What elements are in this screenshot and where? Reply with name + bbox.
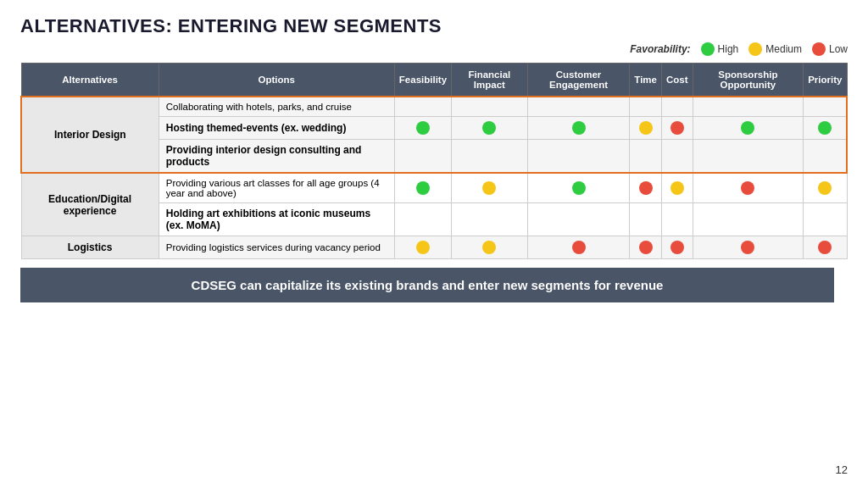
dot-cell-priority xyxy=(804,97,847,117)
dot-cell-sponsorship xyxy=(693,173,804,203)
option-text: Holding art exhibitions at iconic museum… xyxy=(159,203,394,236)
page-title: ALTERNATIVES: ENTERING NEW SEGMENTS xyxy=(20,15,848,37)
legend-item-high: High xyxy=(701,42,739,56)
dot-cell-sponsorship xyxy=(693,117,804,140)
dot-cell-sponsorship xyxy=(693,236,804,259)
col-header-feasibility: Feasibility xyxy=(394,64,451,97)
dot-cell-feasibility xyxy=(394,117,451,140)
dot-cell-customer xyxy=(527,173,630,203)
dot-cell-feasibility xyxy=(394,97,451,117)
col-header-sponsorship: Sponsorship Opportunity xyxy=(693,64,804,97)
dot-cell-financial xyxy=(452,117,528,140)
footer-row: CDSEG can capitalize its existing brands… xyxy=(20,268,848,302)
dot-cell-customer xyxy=(527,117,630,140)
legend-high-label: High xyxy=(718,43,739,55)
dot-cell-cost xyxy=(662,203,693,236)
col-header-customer: Customer Engagement xyxy=(527,64,630,97)
option-text: Providing various art classes for all ag… xyxy=(159,173,394,203)
table-row: Education/Digital experienceProviding va… xyxy=(21,173,847,203)
option-text: Hosting themed-events (ex. wedding) xyxy=(159,117,394,140)
col-header-alternatives: Alternatives xyxy=(21,64,159,97)
legend: Favorability: High Medium Low xyxy=(20,42,848,56)
dot-cell-financial xyxy=(452,97,528,117)
dot-cell-time xyxy=(630,97,662,117)
low-dot-icon xyxy=(812,42,826,56)
dot-cell-feasibility xyxy=(394,236,451,259)
group-cell-logistics: Logistics xyxy=(21,236,159,259)
high-dot-icon xyxy=(701,42,715,56)
table-row: Interior DesignCollaborating with hotels… xyxy=(21,97,847,117)
legend-item-low: Low xyxy=(812,42,848,56)
dot-cell-sponsorship xyxy=(693,203,804,236)
dot-cell-customer xyxy=(527,140,630,174)
dot-cell-cost xyxy=(662,140,693,174)
table-header-row: Alternatives Options Feasibility Financi… xyxy=(21,64,847,97)
legend-item-medium: Medium xyxy=(748,42,802,56)
dot-cell-financial xyxy=(452,236,528,259)
dot-cell-cost xyxy=(662,173,693,203)
dot-cell-priority xyxy=(804,203,847,236)
dot-cell-customer xyxy=(527,203,630,236)
page-number: 12 xyxy=(836,463,848,476)
dot-cell-customer xyxy=(527,97,630,117)
dot-cell-financial xyxy=(452,173,528,203)
group-cell-education/digital-experience: Education/Digital experience xyxy=(21,173,159,236)
dot-cell-cost xyxy=(662,236,693,259)
dot-cell-time xyxy=(630,117,662,140)
main-table: Alternatives Options Feasibility Financi… xyxy=(20,63,848,259)
dot-cell-feasibility xyxy=(394,173,451,203)
page: ALTERNATIVES: ENTERING NEW SEGMENTS Favo… xyxy=(0,0,868,488)
col-header-cost: Cost xyxy=(662,64,693,97)
legend-medium-label: Medium xyxy=(765,43,802,55)
legend-label: Favorability: xyxy=(630,43,690,55)
dot-cell-priority xyxy=(804,140,847,174)
table-row: LogisticsProviding logistics services du… xyxy=(21,236,847,259)
dot-cell-time xyxy=(630,173,662,203)
dot-cell-time xyxy=(630,236,662,259)
dot-cell-priority xyxy=(804,173,847,203)
dot-cell-feasibility xyxy=(394,140,451,174)
dot-cell-time xyxy=(630,140,662,174)
dot-cell-feasibility xyxy=(394,203,451,236)
dot-cell-financial xyxy=(452,203,528,236)
col-header-priority: Priority xyxy=(804,64,847,97)
option-text: Collaborating with hotels, parks, and cr… xyxy=(159,97,394,117)
option-text: Providing logistics services during vaca… xyxy=(159,236,394,259)
dot-cell-cost xyxy=(662,117,693,140)
dot-cell-sponsorship xyxy=(693,97,804,117)
legend-low-label: Low xyxy=(829,43,848,55)
col-header-options: Options xyxy=(159,64,394,97)
dot-cell-cost xyxy=(662,97,693,117)
dot-cell-time xyxy=(630,203,662,236)
dot-cell-customer xyxy=(527,236,630,259)
col-header-financial: Financial Impact xyxy=(452,64,528,97)
group-cell-interior-design: Interior Design xyxy=(21,97,159,173)
footer-banner: CDSEG can capitalize its existing brands… xyxy=(20,268,834,302)
dot-cell-financial xyxy=(452,140,528,174)
medium-dot-icon xyxy=(748,42,762,56)
col-header-time: Time xyxy=(630,64,662,97)
option-text: Providing interior design consulting and… xyxy=(159,140,394,174)
dot-cell-sponsorship xyxy=(693,140,804,174)
dot-cell-priority xyxy=(804,117,847,140)
dot-cell-priority xyxy=(804,236,847,259)
